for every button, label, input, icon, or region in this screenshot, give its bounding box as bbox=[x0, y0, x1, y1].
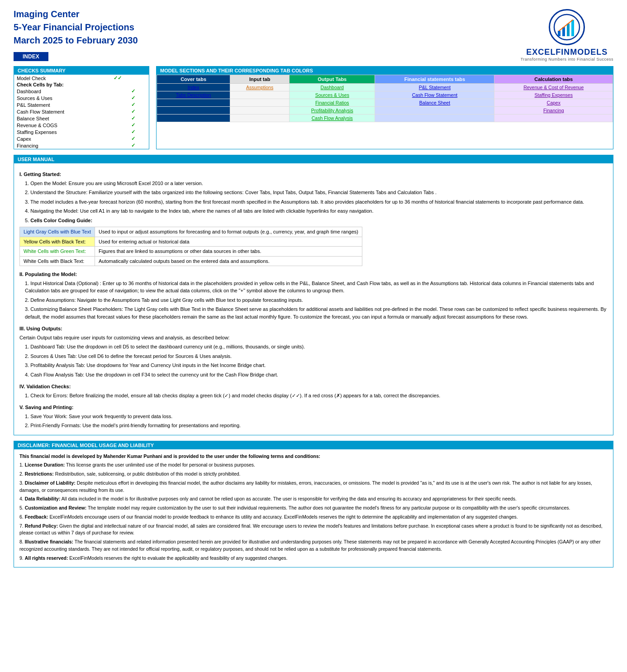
check-item-label: Dashboard bbox=[14, 88, 128, 95]
check-item-label: Sources & Uses bbox=[14, 95, 128, 101]
checks-table: Model Check ✓✓ Check Cells by Tab: bbox=[14, 75, 149, 88]
validation-items: 1. Check for Errors: Before finalizing t… bbox=[19, 392, 608, 400]
getting-started-header: I. Getting Started: bbox=[19, 171, 608, 178]
checks-model-row: Model Check ✓✓ bbox=[14, 75, 149, 81]
checks-model-section: CHECKS SUMMARY Model Check ✓✓ Check Cell… bbox=[14, 66, 613, 149]
tab-color-cell bbox=[230, 107, 290, 114]
tab-color-cell[interactable]: Staffing Expenses bbox=[494, 91, 613, 99]
populating-items: 1. Input Historical Data (Optional) : En… bbox=[19, 280, 608, 321]
tab-color-cell[interactable]: Index bbox=[157, 84, 230, 91]
color-cell-label: White Cells with Green Text: bbox=[20, 247, 95, 257]
logo-area: EXCELFINMODELS Transforming Numbers into… bbox=[521, 9, 613, 62]
using-outputs-item: 2. Sources & Uses Tab: Use cell D6 to de… bbox=[25, 353, 608, 360]
index-badge[interactable]: INDEX bbox=[14, 52, 48, 61]
title3: March 2025 to February 2030 bbox=[14, 35, 138, 46]
check-item-value: ✓ bbox=[128, 122, 149, 129]
table-row: Light Gray Cells with Blue TextUsed to i… bbox=[20, 227, 362, 237]
getting-started-item: 5. Cells Color Coding Guide: bbox=[25, 217, 608, 224]
header-section: Imaging Center 5-Year Financial Projecti… bbox=[14, 9, 613, 62]
check-item-value: ✓ bbox=[128, 115, 149, 122]
table-row: Staffing Expenses✓ bbox=[14, 129, 149, 135]
tab-color-cell bbox=[157, 107, 230, 114]
svg-rect-4 bbox=[571, 20, 574, 36]
check-item-value: ✓ bbox=[128, 142, 149, 149]
table-row: White Cells with Green Text:Figures that… bbox=[20, 247, 362, 257]
tab-color-cell bbox=[157, 99, 230, 107]
table-row: Financial RatiosBalance SheetCapex bbox=[157, 99, 613, 107]
tab-link[interactable]: Cash Flow Statement bbox=[412, 92, 457, 98]
tab-color-cell[interactable]: Cash Flow Analysis bbox=[290, 114, 375, 122]
logo-icon bbox=[553, 14, 580, 41]
tab-link[interactable]: Cash Flow Analysis bbox=[312, 115, 353, 121]
tab-link[interactable]: Capex bbox=[547, 100, 560, 105]
tab-color-cell[interactable]: Tabs Description bbox=[157, 91, 230, 99]
tab-color-header: Calculation tabs bbox=[494, 75, 613, 84]
svg-rect-3 bbox=[567, 24, 570, 36]
tab-color-cell[interactable]: Financial Ratios bbox=[290, 99, 375, 107]
disclaimer-item: 5. Customization and Review: The templat… bbox=[19, 505, 608, 512]
color-guide-table: Light Gray Cells with Blue TextUsed to i… bbox=[19, 227, 362, 266]
tab-link[interactable]: Dashboard bbox=[321, 85, 344, 90]
tab-color-cell[interactable]: Sources & Uses bbox=[290, 91, 375, 99]
model-sections-header: MODEL SECTIONS AND THEIR CORRESPONDING T… bbox=[157, 67, 613, 75]
tab-color-cell[interactable]: Balance Sheet bbox=[375, 99, 494, 107]
populating-item: 1. Input Historical Data (Optional) : En… bbox=[25, 280, 608, 295]
tab-color-cell[interactable]: Financing bbox=[494, 107, 613, 114]
tab-color-cell bbox=[494, 114, 613, 122]
logo-circle bbox=[549, 9, 585, 45]
tab-color-cell[interactable]: Assumptions bbox=[230, 84, 290, 91]
tab-color-header: Output Tabs bbox=[290, 75, 375, 84]
tab-color-cell bbox=[157, 114, 230, 122]
tab-color-cell[interactable]: Capex bbox=[494, 99, 613, 107]
tab-color-cell[interactable]: Profitability Analysis bbox=[290, 107, 375, 114]
tab-link[interactable]: Assumptions bbox=[246, 85, 273, 90]
color-cell-label: Light Gray Cells with Blue Text bbox=[20, 227, 95, 237]
tab-link[interactable]: Financial Ratios bbox=[315, 100, 349, 105]
tab-color-cell bbox=[230, 114, 290, 122]
tab-link[interactable]: Staffing Expenses bbox=[535, 92, 573, 98]
using-outputs-intro: Certain Output tabs require user inputs … bbox=[19, 334, 608, 342]
tab-link[interactable]: P&L Statement bbox=[419, 85, 451, 90]
disclaimer-item: 9. All rights reserved: ExcelFinModels r… bbox=[19, 555, 608, 562]
tab-link[interactable]: Index bbox=[188, 85, 200, 90]
model-check-value: ✓✓ bbox=[111, 75, 149, 81]
tab-link[interactable]: Tabs Description bbox=[176, 92, 211, 98]
tab-color-cell bbox=[375, 114, 494, 122]
tab-color-cell[interactable]: Revenue & Cost of Revenue bbox=[494, 84, 613, 91]
disclaimer-item: 6. Feedback: ExcelFinModels encourage us… bbox=[19, 514, 608, 521]
disclaimer-item: 2. Restrictions: Redistribution, sale, s… bbox=[19, 471, 608, 478]
tab-color-cell[interactable]: Cash Flow Statement bbox=[375, 91, 494, 99]
tab-color-cell[interactable]: P&L Statement bbox=[375, 84, 494, 91]
color-cell-description: Figures that are linked to assumptions o… bbox=[95, 247, 362, 257]
tab-link[interactable]: Sources & Uses bbox=[315, 92, 349, 98]
tab-link[interactable]: Financing bbox=[543, 108, 564, 113]
table-row: Cash Flow Analysis bbox=[157, 114, 613, 122]
table-row: IndexAssumptionsDashboardP&L StatementRe… bbox=[157, 84, 613, 91]
tab-color-cell[interactable]: Dashboard bbox=[290, 84, 375, 91]
tab-color-cell bbox=[230, 91, 290, 99]
svg-rect-2 bbox=[562, 27, 565, 36]
getting-started-item: 1. Open the Model: Ensure you are using … bbox=[25, 180, 608, 187]
table-row: Sources & Uses✓ bbox=[14, 95, 149, 101]
table-row: Financing✓ bbox=[14, 142, 149, 149]
check-item-value: ✓ bbox=[128, 135, 149, 142]
tab-link[interactable]: Profitability Analysis bbox=[311, 108, 353, 113]
header-titles: Imaging Center 5-Year Financial Projecti… bbox=[14, 9, 138, 61]
validation-header: IV. Validation Checks: bbox=[19, 383, 608, 391]
validation-item: 1. Check for Errors: Before finalizing t… bbox=[25, 392, 608, 400]
disclaimer-box: DISCLAIMER: FINANCIAL MODEL USAGE AND LI… bbox=[14, 441, 613, 568]
populating-item: 3. Customizing Balance Sheet Placeholder… bbox=[25, 305, 608, 320]
check-item-value: ✓ bbox=[128, 108, 149, 115]
user-manual-body: I. Getting Started: 1. Open the Model: E… bbox=[14, 163, 613, 435]
tab-link[interactable]: Balance Sheet bbox=[419, 100, 450, 105]
model-check-label: Model Check bbox=[14, 75, 111, 81]
color-cell-label: White Cells with Black Text: bbox=[20, 256, 95, 266]
brand-name: EXCELFINMODELS bbox=[521, 48, 613, 57]
tab-link[interactable]: Revenue & Cost of Revenue bbox=[523, 85, 584, 90]
check-item-label: Financing bbox=[14, 142, 128, 149]
check-item-label: P&L Statement bbox=[14, 101, 128, 108]
checks-items-table: Dashboard✓Sources & Uses✓P&L Statement✓C… bbox=[14, 88, 149, 149]
check-item-label: Revenue & COGS bbox=[14, 122, 128, 129]
using-outputs-items: 1. Dashboard Tab: Use the dropdown in ce… bbox=[19, 343, 608, 378]
getting-started-item: 4. Navigating the Model: Use cell A1 in … bbox=[25, 207, 608, 215]
